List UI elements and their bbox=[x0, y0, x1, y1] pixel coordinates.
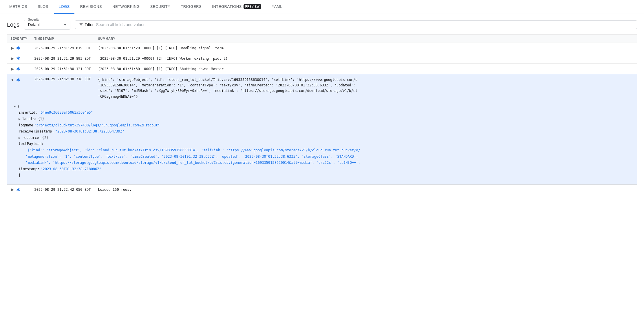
tab-triggers[interactable]: TRIGGERS bbox=[176, 0, 206, 14]
timestamp-cell-row4: 2023-08-29 21:32:38.718 EDT bbox=[31, 74, 94, 102]
severity-value: Default bbox=[28, 21, 67, 28]
preview-badge: PREVIEW bbox=[244, 4, 261, 9]
expand-resource-icon[interactable]: ▶ bbox=[19, 135, 21, 141]
summary-cell-row3: [2023-08-30 01:31:30 +0000] [1] [INFO] S… bbox=[94, 64, 637, 74]
tab-revisions[interactable]: REVISIONS bbox=[76, 0, 107, 14]
json-root-open: ▼ { bbox=[12, 104, 632, 110]
json-text-payload-val3: 'mediaLink': 'https://storage.googleapis… bbox=[12, 160, 632, 166]
col-header-summary: SUMMARY bbox=[94, 35, 637, 43]
table-row-expanded: ▼ ✱ 2023-08-29 21:32:38.718 EDT {'kind':… bbox=[7, 74, 637, 102]
timestamp-cell-row5: 2023-08-29 21:32:42.050 EDT bbox=[31, 184, 94, 195]
severity-dropdown[interactable]: Severity Default bbox=[24, 20, 70, 30]
severity-label: Severity bbox=[27, 18, 40, 21]
filter-placeholder: Search all fields and values bbox=[96, 22, 145, 27]
severity-cell: ▶ ✱ bbox=[10, 56, 27, 61]
expand-arrow-row5[interactable]: ▶ bbox=[10, 188, 14, 192]
severity-icon-row4: ✱ bbox=[16, 77, 20, 83]
json-insert-id: insertId: "64ee9c36000af5061a3ce4e5" bbox=[12, 110, 632, 116]
summary-cell-row1: [2023-08-30 01:31:29 +0000] [1] [INFO] H… bbox=[94, 43, 637, 53]
json-text-payload-key: textPayload: bbox=[12, 141, 632, 147]
tab-metrics[interactable]: METRICS bbox=[5, 0, 32, 14]
severity-icon-row5: ✱ bbox=[16, 187, 20, 193]
tab-integrations[interactable]: INTEGRATIONS PREVIEW bbox=[207, 0, 266, 14]
summary-cell-row5: Loaded 150 rows. bbox=[94, 184, 637, 195]
logs-table: SEVERITY TIMESTAMP SUMMARY ▶ ✱ 2023-08-2… bbox=[7, 34, 637, 195]
tab-security[interactable]: SECURITY bbox=[146, 0, 175, 14]
json-text-payload-val1: "{'kind': 'storage#object', 'id': 'cloud… bbox=[12, 147, 632, 154]
timestamp-cell-row2: 2023-08-29 21:31:29.893 EDT bbox=[31, 53, 94, 64]
json-labels: ▶ labels: {1} bbox=[12, 116, 632, 122]
filter-icon: Filter bbox=[79, 22, 94, 27]
table-row: ▶ ✱ 2023-08-29 21:31:30.121 EDT [2023-08… bbox=[7, 64, 637, 74]
expand-labels-icon[interactable]: ▶ bbox=[19, 116, 21, 122]
logs-header: Logs Severity Default Filter Search all … bbox=[7, 20, 637, 30]
expand-arrow-row1[interactable]: ▶ bbox=[10, 46, 14, 50]
json-root-close: } bbox=[12, 172, 632, 179]
table-row: ▶ ✱ 2023-08-29 21:31:29.619 EDT [2023-08… bbox=[7, 43, 637, 53]
expand-arrow-row2[interactable]: ▶ bbox=[10, 57, 14, 61]
filter-label: Filter bbox=[85, 22, 94, 27]
json-logname: logName "projects/cloud-tut-397400/logs/… bbox=[12, 122, 632, 129]
severity-icon-row3: ✱ bbox=[16, 66, 20, 72]
tab-networking[interactable]: NETWORKING bbox=[108, 0, 144, 14]
severity-cell: ▶ ✱ bbox=[10, 66, 27, 72]
expanded-detail-row: ▼ { insertId: "64ee9c36000af5061a3ce4e5"… bbox=[7, 102, 637, 185]
summary-cell-row2: [2023-08-30 01:31:29 +0000] [2] [INFO] W… bbox=[94, 53, 637, 64]
expand-arrow-row4[interactable]: ▼ bbox=[10, 78, 14, 82]
json-tree: ▼ { insertId: "64ee9c36000af5061a3ce4e5"… bbox=[7, 102, 637, 181]
table-row: ▶ ✱ 2023-08-29 21:32:42.050 EDT Loaded 1… bbox=[7, 184, 637, 195]
logs-title: Logs bbox=[7, 21, 19, 28]
filter-bar[interactable]: Filter Search all fields and values bbox=[75, 20, 637, 29]
tab-logs[interactable]: LOGS bbox=[54, 0, 74, 14]
severity-cell: ▶ ✱ bbox=[10, 45, 27, 51]
severity-icon-row2: ✱ bbox=[16, 56, 20, 61]
tab-slos[interactable]: SLOS bbox=[33, 0, 53, 14]
summary-cell-row4: {'kind': 'storage#object', 'id': 'cloud_… bbox=[94, 74, 637, 102]
table-header: SEVERITY TIMESTAMP SUMMARY bbox=[7, 35, 637, 43]
chevron-down-icon bbox=[64, 24, 67, 26]
timestamp-cell-row1: 2023-08-29 21:31:29.619 EDT bbox=[31, 43, 94, 53]
top-nav: METRICS SLOS LOGS REVISIONS NETWORKING S… bbox=[0, 0, 644, 14]
table-row: ▶ ✱ 2023-08-29 21:31:29.893 EDT [2023-08… bbox=[7, 53, 637, 64]
col-header-timestamp: TIMESTAMP bbox=[31, 35, 94, 43]
tab-yaml[interactable]: YAML bbox=[267, 0, 287, 14]
main-content: Logs Severity Default Filter Search all … bbox=[0, 14, 644, 195]
json-text-payload-val2: 'metageneration': '1', 'contentType': 't… bbox=[12, 154, 632, 160]
severity-icon-row1: ✱ bbox=[16, 45, 20, 51]
json-receive-timestamp: receiveTimestamp: "2023-08-30T01:32:38.7… bbox=[12, 128, 632, 135]
severity-cell: ▶ ✱ bbox=[10, 187, 27, 193]
log-rows: ▶ ✱ 2023-08-29 21:31:29.619 EDT [2023-08… bbox=[7, 43, 637, 195]
json-resource: ▶ resource: {2} bbox=[12, 135, 632, 141]
severity-cell: ▼ ✱ bbox=[10, 77, 27, 83]
timestamp-cell-row3: 2023-08-29 21:31:30.121 EDT bbox=[31, 64, 94, 74]
collapse-icon[interactable]: ▼ bbox=[14, 104, 16, 110]
json-timestamp: timestamp: "2023-08-30T01:32:38.718086Z" bbox=[12, 166, 632, 173]
col-header-severity: SEVERITY bbox=[7, 35, 31, 43]
expand-arrow-row3[interactable]: ▶ bbox=[10, 67, 14, 71]
